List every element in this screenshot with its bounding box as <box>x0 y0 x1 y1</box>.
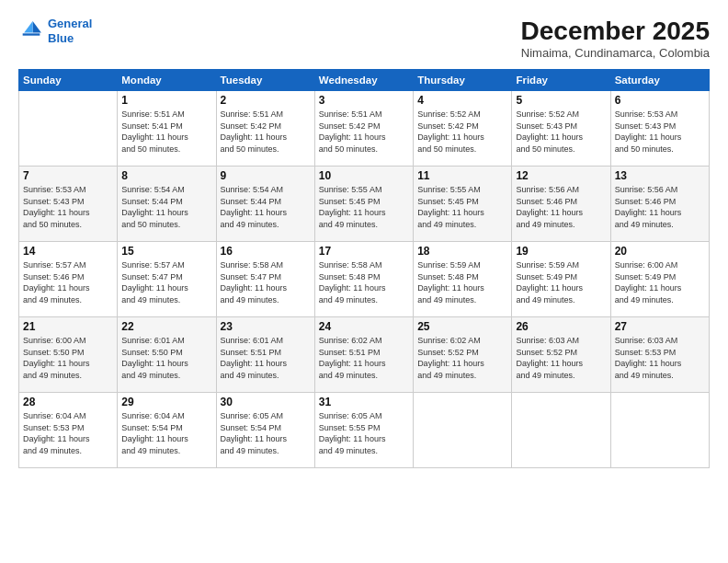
day-info: Sunrise: 6:01 AM <box>121 335 211 347</box>
day-info: and 49 minutes. <box>516 370 606 382</box>
day-number: 24 <box>319 320 409 333</box>
day-info: Daylight: 11 hours <box>221 207 311 219</box>
day-info: Daylight: 11 hours <box>221 132 311 144</box>
calendar-cell: 13Sunrise: 5:56 AMSunset: 5:46 PMDayligh… <box>610 167 709 242</box>
day-info: Sunset: 5:42 PM <box>319 121 409 132</box>
day-info: Daylight: 11 hours <box>319 207 409 219</box>
day-info: Sunset: 5:54 PM <box>221 422 311 434</box>
calendar-cell <box>512 393 610 468</box>
day-info: Sunset: 5:48 PM <box>319 271 409 283</box>
day-info: Sunset: 5:49 PM <box>615 271 705 283</box>
day-info: Sunset: 5:44 PM <box>121 196 211 208</box>
day-info: Sunrise: 5:59 AM <box>417 259 507 271</box>
day-info: Daylight: 11 hours <box>221 433 311 445</box>
day-info: Sunrise: 5:54 AM <box>221 184 311 196</box>
calendar-cell: 9Sunrise: 5:54 AMSunset: 5:44 PMDaylight… <box>216 167 314 242</box>
calendar-cell: 15Sunrise: 5:57 AMSunset: 5:47 PMDayligh… <box>118 242 216 317</box>
calendar-cell: 31Sunrise: 6:05 AMSunset: 5:55 PMDayligh… <box>314 393 413 468</box>
day-info: Sunrise: 5:58 AM <box>221 259 311 271</box>
day-info: and 50 minutes. <box>516 144 606 155</box>
day-info: and 49 minutes. <box>417 370 507 382</box>
calendar-cell: 22Sunrise: 6:01 AMSunset: 5:50 PMDayligh… <box>118 317 216 393</box>
day-info: Sunset: 5:46 PM <box>516 196 606 208</box>
day-info: Daylight: 11 hours <box>516 207 606 219</box>
logo: General Blue <box>18 17 92 45</box>
day-info: and 49 minutes. <box>221 294 311 306</box>
day-number: 15 <box>121 245 211 258</box>
day-number: 7 <box>23 169 113 182</box>
day-info: Daylight: 11 hours <box>121 433 211 445</box>
day-number: 29 <box>121 396 211 408</box>
day-info: Sunset: 5:51 PM <box>221 347 311 359</box>
week-row-3: 14Sunrise: 5:57 AMSunset: 5:46 PMDayligh… <box>19 242 710 317</box>
week-row-5: 28Sunrise: 6:04 AMSunset: 5:53 PMDayligh… <box>19 393 710 468</box>
day-info: Sunset: 5:42 PM <box>221 121 311 132</box>
day-info: Sunset: 5:53 PM <box>23 422 113 434</box>
day-info: Daylight: 11 hours <box>615 207 705 219</box>
day-number: 28 <box>23 396 113 408</box>
day-info: Daylight: 11 hours <box>319 282 409 294</box>
day-info: and 49 minutes. <box>121 370 211 382</box>
svg-marker-0 <box>33 21 41 32</box>
day-info: Sunset: 5:49 PM <box>516 271 606 283</box>
day-number: 1 <box>121 94 211 107</box>
day-number: 10 <box>319 169 409 182</box>
calendar-cell: 8Sunrise: 5:54 AMSunset: 5:44 PMDaylight… <box>118 167 216 242</box>
day-number: 12 <box>516 169 606 182</box>
day-info: Sunset: 5:55 PM <box>319 422 409 434</box>
day-info: Sunrise: 5:52 AM <box>516 109 606 121</box>
day-info: Daylight: 11 hours <box>319 433 409 445</box>
day-info: Daylight: 11 hours <box>23 207 113 219</box>
calendar-cell: 18Sunrise: 5:59 AMSunset: 5:48 PMDayligh… <box>414 242 512 317</box>
day-info: Daylight: 11 hours <box>417 358 507 370</box>
day-info: Sunrise: 6:03 AM <box>516 335 606 347</box>
calendar-cell: 7Sunrise: 5:53 AMSunset: 5:43 PMDaylight… <box>19 167 118 242</box>
month-title: December 2025 <box>521 17 710 46</box>
day-number: 2 <box>221 94 311 107</box>
day-info: Sunset: 5:50 PM <box>23 347 113 359</box>
day-info: Sunset: 5:46 PM <box>615 196 705 208</box>
day-number: 31 <box>319 396 409 408</box>
day-info: Daylight: 11 hours <box>319 358 409 370</box>
calendar-cell <box>414 393 512 468</box>
week-row-2: 7Sunrise: 5:53 AMSunset: 5:43 PMDaylight… <box>19 167 710 242</box>
day-info: Daylight: 11 hours <box>221 282 311 294</box>
calendar-cell <box>610 393 709 468</box>
week-row-1: 1Sunrise: 5:51 AMSunset: 5:41 PMDaylight… <box>19 91 710 167</box>
calendar-table: SundayMondayTuesdayWednesdayThursdayFrid… <box>18 69 710 468</box>
day-info: and 49 minutes. <box>121 445 211 457</box>
day-info: Sunrise: 6:02 AM <box>417 335 507 347</box>
title-section: December 2025 Nimaima, Cundinamarca, Col… <box>521 17 710 60</box>
day-number: 30 <box>221 396 311 408</box>
week-row-4: 21Sunrise: 6:00 AMSunset: 5:50 PMDayligh… <box>19 317 710 393</box>
calendar-cell: 4Sunrise: 5:52 AMSunset: 5:42 PMDaylight… <box>414 91 512 167</box>
day-number: 5 <box>516 94 606 107</box>
day-info: Sunset: 5:52 PM <box>516 347 606 359</box>
weekday-wednesday: Wednesday <box>314 70 413 91</box>
calendar-cell: 25Sunrise: 6:02 AMSunset: 5:52 PMDayligh… <box>414 317 512 393</box>
day-number: 22 <box>121 320 211 333</box>
day-number: 25 <box>417 320 507 333</box>
calendar-cell: 28Sunrise: 6:04 AMSunset: 5:53 PMDayligh… <box>19 393 118 468</box>
day-info: and 50 minutes. <box>319 144 409 155</box>
day-info: and 49 minutes. <box>417 294 507 306</box>
day-info: Sunrise: 6:04 AM <box>23 410 113 422</box>
calendar-cell: 14Sunrise: 5:57 AMSunset: 5:46 PMDayligh… <box>19 242 118 317</box>
day-info: Daylight: 11 hours <box>417 282 507 294</box>
day-number: 9 <box>221 169 311 182</box>
day-info: Sunset: 5:42 PM <box>417 121 507 132</box>
calendar-cell: 11Sunrise: 5:55 AMSunset: 5:45 PMDayligh… <box>414 167 512 242</box>
day-info: and 50 minutes. <box>221 144 311 155</box>
day-info: Sunset: 5:52 PM <box>417 347 507 359</box>
day-info: and 49 minutes. <box>319 445 409 457</box>
day-info: Daylight: 11 hours <box>615 132 705 144</box>
day-info: Daylight: 11 hours <box>516 132 606 144</box>
calendar-cell: 26Sunrise: 6:03 AMSunset: 5:52 PMDayligh… <box>512 317 610 393</box>
day-info: Sunset: 5:54 PM <box>121 422 211 434</box>
day-number: 20 <box>615 245 705 258</box>
weekday-monday: Monday <box>118 70 216 91</box>
day-number: 6 <box>615 94 705 107</box>
day-info: Sunset: 5:43 PM <box>516 121 606 132</box>
day-info: Sunrise: 5:52 AM <box>417 109 507 121</box>
svg-marker-1 <box>24 21 32 32</box>
